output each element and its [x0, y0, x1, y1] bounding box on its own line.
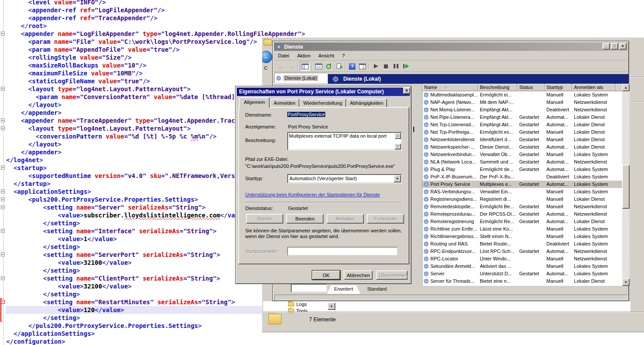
scroll-down-icon[interactable]: ▼	[394, 143, 401, 149]
tab-erweitert[interactable]: Erweitert	[327, 285, 360, 294]
tab-wiederherstellung[interactable]: Wiederherstellung	[299, 99, 346, 107]
table-row[interactable]: Netzwerkspeicher-...Dieser Dienst...Gest…	[422, 143, 622, 151]
beenden-button[interactable]: Beenden	[286, 214, 324, 224]
scroll-down-icon[interactable]: ▼	[622, 278, 630, 286]
menu-item-aktion[interactable]: Aktion	[293, 52, 315, 60]
close-icon[interactable]: ×	[403, 87, 410, 94]
fortsetzen-button[interactable]: Fortsetzen	[367, 214, 404, 224]
fold-collapse-icon[interactable]	[1, 126, 5, 130]
bernehmen-button[interactable]: Übernehmen	[376, 270, 408, 280]
maximize-icon[interactable]: □	[611, 43, 618, 50]
table-row[interactable]: Net.Msmq-Listener...Empfängt Akt...Deakt…	[422, 106, 622, 114]
service-logon-as: Netzwerkdienst	[572, 255, 616, 263]
menu-item-[interactable]: ?	[338, 52, 348, 60]
fold-collapse-icon[interactable]	[1, 300, 5, 304]
abbrechen-button[interactable]: Abbrechen	[344, 270, 373, 280]
table-row[interactable]: RemoteregistrierungErmöglicht Re...Gesta…	[422, 218, 622, 225]
fold-collapse-icon[interactable]	[1, 87, 5, 91]
startoptions-help-link[interactable]: Unterstützung beim Konfigurieren der Sta…	[245, 192, 380, 197]
menu-item-datei[interactable]: Datei	[274, 52, 293, 60]
close-icon[interactable]: ×	[619, 43, 626, 50]
tree-item[interactable]: Tools	[288, 308, 308, 313]
table-row[interactable]: Registrierungsdiens...Registriert di...M…	[422, 196, 622, 203]
service-logon-as: Lokales System	[572, 166, 616, 173]
table-row[interactable]: Routing und RASBietet Routin...Deaktivie…	[422, 240, 622, 248]
scrollbar-thumb[interactable]	[622, 165, 630, 209]
fold-collapse-icon[interactable]	[1, 229, 5, 233]
table-row[interactable]: Multimediaklassenpl...Ermöglicht ei...Ma…	[422, 91, 622, 99]
startparameter-input[interactable]	[287, 247, 398, 256]
column-header-anmeldenals[interactable]: Anmelden als	[572, 84, 616, 91]
fold-collapse-icon[interactable]	[1, 276, 5, 280]
back-icon[interactable]: ←	[276, 62, 286, 71]
fold-collapse-icon[interactable]	[1, 189, 5, 193]
service-status	[517, 277, 545, 285]
table-row[interactable]: Remoteprozedurau...Der RPCSS-Di...Gestar…	[422, 210, 622, 218]
refresh-icon[interactable]	[324, 62, 334, 71]
fold-collapse-icon[interactable]	[1, 118, 5, 122]
help-icon[interactable]: ?	[347, 62, 357, 71]
table-row[interactable]: Port Proxy ServiceMultiplexes e...Gestar…	[422, 181, 622, 188]
dialog-titlebar[interactable]: Eigenschaften von Port Proxy Service (Lo…	[237, 88, 410, 96]
properties-icon[interactable]	[313, 62, 324, 71]
back-button[interactable]: ←	[262, 51, 272, 63]
starttyp-select[interactable]: Automatisch (Verzögerter Start) ▼	[287, 174, 402, 183]
window-titlebar[interactable]: Dienste _□×	[274, 43, 627, 51]
table-row[interactable]: NLA (Network Loca...Sammelt und ...Gesta…	[422, 158, 622, 166]
fold-collapse-icon[interactable]	[1, 197, 5, 201]
start-service-icon[interactable]	[371, 62, 381, 71]
minimize-icon[interactable]: _	[602, 43, 610, 50]
menu-item-ansicht[interactable]: Ansicht	[314, 52, 338, 60]
column-header-name[interactable]: Name▲	[422, 84, 478, 91]
table-scrollbar[interactable]: ▲ ▼	[622, 84, 630, 286]
forward-icon[interactable]: →	[286, 62, 296, 71]
table-row[interactable]: Net.Tcp-Portfreiga...Ermöglicht es...Ges…	[422, 128, 622, 136]
ok-button[interactable]: OK	[312, 270, 340, 280]
tab-abhängigkeiten[interactable]: Abhängigkeiten	[346, 99, 387, 107]
table-row[interactable]: Richtlinienergebniss...Stellt einen N...…	[422, 233, 622, 240]
filter-box[interactable]	[291, 284, 327, 292]
tree-item[interactable]: Logs	[288, 302, 307, 307]
fold-collapse-icon[interactable]	[1, 32, 5, 36]
anhalten-button[interactable]: Anhalten	[327, 214, 364, 224]
table-row[interactable]: Netzwerkverbindun...Verwaltet Ob...Gesta…	[422, 151, 622, 158]
export-list-icon[interactable]	[334, 62, 344, 71]
table-row[interactable]: RPC-Endpunktzuor...Löst RPC-Sch...Gestar…	[422, 248, 622, 255]
fold-collapse-icon[interactable]	[1, 253, 5, 256]
restart-service-icon[interactable]	[401, 62, 411, 71]
show-console-tree-icon[interactable]	[300, 62, 310, 71]
pane-splitter[interactable]	[412, 84, 422, 286]
pause-service-icon[interactable]	[391, 62, 401, 71]
table-row[interactable]: Server für Threads...Bietet eine n...Man…	[422, 277, 622, 285]
table-row[interactable]: RPC-LocatorUnter Windo...ManuellNetzwerk…	[422, 255, 622, 263]
table-row[interactable]: Net.Pipe-Listenera...Empfängt Akt...Gest…	[422, 114, 622, 121]
editor-gutter[interactable]	[0, 0, 6, 345]
table-row[interactable]: ServerUnterstützt D...GestartetAutomat..…	[422, 270, 622, 277]
scroll-up-icon[interactable]: ▲	[622, 84, 630, 91]
service-starttype: Manuell	[545, 196, 572, 203]
table-row[interactable]: Sekundäre Anmeld...Aktiviert das ...Manu…	[422, 263, 622, 270]
table-row[interactable]: RAS-Verbindungsv...Verwaltet Ein...Manue…	[422, 188, 622, 196]
fold-collapse-icon[interactable]	[1, 166, 5, 170]
chevron-down-icon[interactable]: ▼	[327, 302, 335, 310]
table-row[interactable]: Richtlinie zum Entfe...Lässt eine Ko...M…	[422, 225, 622, 233]
table-row[interactable]: Plug & PlayErmöglicht de...GestartetAuto…	[422, 166, 622, 173]
table-row[interactable]: Remotedesktopdie...Ermöglicht Be...Gesta…	[422, 203, 622, 210]
beschreibung-field[interactable]: Multiplexes external TCP/IP data on loca…	[287, 132, 402, 150]
tab-allgemein[interactable]: Allgemein	[239, 97, 270, 108]
stop-service-icon[interactable]	[381, 62, 391, 71]
column-header-starttyp[interactable]: Starttyp	[545, 84, 572, 91]
table-row[interactable]: NetzwerklistendienstIdentifiziert d...Ge…	[422, 136, 622, 143]
sidebar-item-dienste-lokal[interactable]: Dienste (Lokal)	[274, 73, 327, 83]
table-row[interactable]: NAP-Agent (Netwo...Mit dem NAP-...Manuel…	[422, 99, 622, 106]
scroll-up-icon[interactable]: ▲	[394, 133, 401, 139]
column-header-status[interactable]: Status	[517, 84, 545, 91]
table-row[interactable]: PnP-X-IP-Busenum...Der PnP-X-Bu...Deakti…	[422, 173, 622, 181]
table-row[interactable]: Net.Tcp-Listenerad...Empfängt Akt...Gest…	[422, 121, 622, 128]
tab-anmelden[interactable]: Anmelden	[270, 99, 299, 107]
tab-standard[interactable]: Standard	[360, 285, 394, 294]
show-action-pane-icon[interactable]	[357, 62, 367, 71]
starten-button[interactable]: Starten	[246, 214, 283, 224]
column-header-beschreibung[interactable]: Beschreibung	[478, 84, 517, 91]
fold-collapse-icon[interactable]	[1, 205, 5, 209]
